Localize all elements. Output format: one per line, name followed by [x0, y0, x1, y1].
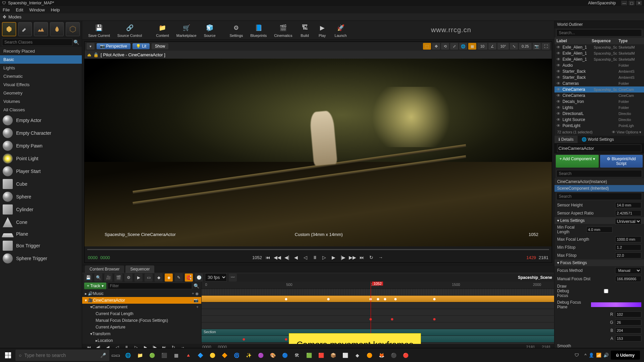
outliner-row[interactable]: 👁PointLightPointLigh	[554, 123, 644, 129]
app6-icon[interactable]: 🌀	[231, 350, 242, 361]
seq-autokey-icon[interactable]: ◈	[165, 274, 173, 282]
cat-basic[interactable]: Basic	[0, 55, 82, 64]
app11-icon[interactable]: 🛠	[291, 350, 303, 361]
build-button[interactable]: 🏗Build	[297, 22, 313, 39]
foliage-mode-icon[interactable]	[50, 22, 64, 36]
actor-point-light[interactable]: Point Light	[0, 152, 82, 165]
actor-name-input[interactable]	[557, 144, 641, 152]
fps-select[interactable]: 30 fps	[205, 273, 227, 282]
outliner-row[interactable]: 👁Light SourceDirectio	[554, 117, 644, 123]
lane-camera[interactable]	[202, 296, 554, 302]
sensor-height-input[interactable]	[615, 202, 641, 208]
ue-tray-icon[interactable]: 🛡	[571, 350, 583, 361]
manual-fd-input[interactable]	[615, 276, 641, 282]
app2-icon[interactable]: 🔺	[182, 350, 194, 361]
actor-cone[interactable]: Cone	[0, 216, 82, 229]
actor-cube[interactable]: Cube	[0, 178, 82, 190]
content-button[interactable]: 📁Content	[153, 22, 172, 39]
visibility-icon[interactable]: 👁	[556, 87, 561, 92]
track-focal-length[interactable]: Current Focal Length	[82, 310, 201, 317]
section-lens[interactable]: ▾ Lens SettingsUniversal Zoom	[554, 217, 644, 224]
seq-options-icon[interactable]: ⚙	[124, 274, 132, 282]
maximize-button[interactable]: ▢	[629, 1, 635, 5]
loop-icon[interactable]: ↻	[368, 254, 375, 261]
track-transform[interactable]: ▾ Transform	[82, 330, 201, 337]
transform-rotate-icon[interactable]: ⟲	[441, 43, 449, 50]
to-start-icon[interactable]: ⏮	[265, 254, 271, 261]
menu-help[interactable]: Help	[51, 7, 60, 12]
visibility-icon[interactable]: 👁	[556, 57, 561, 62]
seq-curve-icon[interactable]: 〰	[229, 274, 237, 282]
app15-icon[interactable]: ⬜	[339, 350, 351, 361]
tray-up-icon[interactable]: ^	[585, 353, 587, 358]
outliner-row[interactable]: 👁CamerasFolder	[554, 80, 644, 86]
lane-component[interactable]	[202, 302, 554, 309]
a-input[interactable]	[615, 336, 641, 342]
transform-select-icon[interactable]: ⬚	[423, 43, 431, 50]
search-icon[interactable]: 🔍	[72, 39, 80, 46]
snap-angle-value[interactable]: 10°	[497, 43, 509, 50]
track-filter-input[interactable]	[108, 283, 192, 289]
cat-cinematic[interactable]: Cinematic	[0, 72, 82, 80]
forward-arrow-icon[interactable]: →	[377, 254, 384, 261]
epic-icon[interactable]: ⬛	[158, 350, 170, 361]
draw-debug-checkbox[interactable]	[571, 289, 641, 293]
edge-icon[interactable]: 🌐	[122, 350, 133, 361]
play-button[interactable]: ▶Play	[314, 22, 331, 39]
app-icon[interactable]: ▦	[170, 350, 182, 361]
focus-method-select[interactable]: Manual	[615, 267, 641, 274]
cat-volumes[interactable]: Volumes	[0, 97, 82, 106]
search-classes-input[interactable]	[2, 39, 72, 46]
seq-clock-icon[interactable]: 🕐	[195, 274, 203, 282]
add-track-button[interactable]: + Track ▾	[84, 283, 106, 289]
viewport-scene[interactable]: Spaceship_Scene CineCameraActor Custom (…	[85, 59, 552, 246]
task-view-icon[interactable]: ▭▭	[110, 350, 121, 361]
cinematics-button[interactable]: 🎬Cinematics	[271, 22, 296, 39]
outliner-row[interactable]: 👁Decals_IronFolder	[554, 99, 644, 105]
actor-plane[interactable]: Plane	[0, 229, 82, 239]
track-add-icon[interactable]: + 📷	[190, 298, 199, 303]
perspective-chip[interactable]: 📷 Perspective	[97, 43, 130, 49]
snap-grid-toggle[interactable]: ▦	[468, 43, 476, 50]
actor-box-trigger[interactable]: Box Trigger	[0, 239, 82, 252]
play-forward-icon[interactable]: ▷	[321, 254, 328, 261]
col-sequence[interactable]: Sequence	[592, 39, 619, 43]
outliner-row[interactable]: 👁CineCameraCineCam	[554, 93, 644, 99]
menu-edit[interactable]: Edit	[16, 7, 23, 12]
cat-all-classes[interactable]: All Classes	[0, 106, 82, 114]
menu-window[interactable]: Window	[29, 7, 45, 12]
actor-cylinder[interactable]: Cylinder	[0, 203, 82, 216]
track-manual-focus[interactable]: Manual Focus Distance (Focus Settings)	[82, 317, 201, 324]
actor-sphere-trigger[interactable]: Sphere Trigger	[0, 252, 82, 265]
app14-icon[interactable]: 📦	[327, 350, 339, 361]
outliner-row[interactable]: 👁DirectionalLDirectio	[554, 111, 644, 117]
cat-lights[interactable]: Lights	[0, 64, 82, 72]
seq-save-icon[interactable]: 💾	[84, 274, 92, 282]
viewport-scrub[interactable]	[85, 246, 552, 252]
app18-icon[interactable]: 🔴	[400, 350, 411, 361]
actor-empty-pawn[interactable]: Empty Pawn	[0, 139, 82, 152]
visibility-icon[interactable]: 👁	[556, 117, 561, 122]
pause-icon[interactable]: ⏸	[312, 254, 318, 261]
outliner-search-input[interactable]	[556, 29, 642, 37]
cat-visual-effects[interactable]: Visual Effects	[0, 80, 82, 89]
app7-icon[interactable]: ✨	[243, 350, 254, 361]
track-location[interactable]: ▸ Location	[82, 337, 201, 344]
component-root[interactable]: CineCameraActor(Instance)	[554, 178, 644, 185]
taskbar-search-input[interactable]	[24, 353, 98, 358]
app17-icon[interactable]: ⚫	[388, 350, 399, 361]
app9-icon[interactable]: 🎨	[267, 350, 278, 361]
outliner-row[interactable]: 👁Exile_Alien_1Spaceship_SceneSkeletalM	[554, 56, 644, 62]
eject-icon[interactable]: ⏏	[87, 52, 91, 57]
firefox-icon[interactable]: 🦊	[376, 350, 387, 361]
actor-player-start[interactable]: Player Start	[0, 165, 82, 178]
lane-focus[interactable]	[202, 316, 554, 322]
lane-focal[interactable]	[202, 309, 554, 316]
component-search-input[interactable]	[556, 170, 642, 177]
start-button[interactable]	[1, 349, 15, 361]
snap-scale-toggle[interactable]: ⤡	[510, 43, 518, 50]
world-outliner-tab[interactable]: World Outliner	[557, 22, 583, 27]
tab-sequencer[interactable]: Sequencer	[125, 265, 154, 273]
landscape-mode-icon[interactable]	[34, 22, 48, 36]
lane-location[interactable]: Camera movement keyframes	[202, 336, 554, 343]
